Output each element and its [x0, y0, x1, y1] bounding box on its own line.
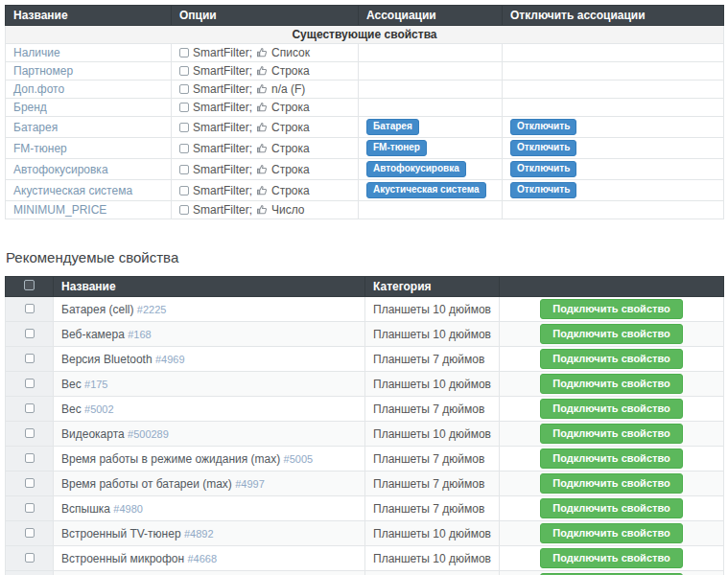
property-name-link[interactable]: Партномер	[13, 64, 73, 78]
row-checkbox[interactable]	[25, 354, 35, 363]
property-name-cell: Доп.фото	[6, 80, 172, 99]
property-name-link[interactable]: Автофокусировка	[13, 163, 108, 176]
association-badge[interactable]: Батарея	[366, 119, 419, 135]
row-checkbox-cell	[6, 297, 54, 322]
rec-category: Планшеты 10 дюймов	[373, 303, 491, 316]
row-checkbox[interactable]	[25, 428, 35, 438]
rec-name-cell: Встроенный модуль A-GPS #4983	[54, 571, 365, 575]
connect-property-button[interactable]: Подключить свойство	[540, 498, 682, 518]
association-badge[interactable]: Автофокусировка	[366, 161, 466, 177]
option-type: Строка	[271, 163, 310, 176]
smartfilter-checkbox[interactable]	[179, 205, 189, 215]
options-cell: SmartFilter; Строка	[172, 62, 359, 80]
connect-property-button[interactable]: Подключить свойство	[540, 324, 682, 344]
option-type: n/a (F)	[271, 82, 305, 96]
smartfilter-checkbox[interactable]	[179, 186, 189, 196]
rec-category-cell: Планшеты 7 дюймов	[365, 397, 500, 422]
existing-property-row: FM-тюнер SmartFilter; Строка FM-тюнер От…	[6, 138, 724, 159]
rec-property-id-link[interactable]: #5005	[284, 453, 314, 465]
rec-property-name: Вес	[61, 402, 84, 416]
smartfilter-checkbox[interactable]	[179, 123, 189, 132]
smartfilter-checkbox[interactable]	[179, 165, 189, 174]
connect-property-button[interactable]: Подключить свойство	[540, 299, 682, 319]
disable-association-button[interactable]: Отключить	[510, 182, 576, 198]
connect-property-button[interactable]: Подключить свойство	[540, 448, 682, 469]
property-name-link[interactable]: Бренд	[13, 101, 47, 114]
recommended-property-row: Вес #5002 Планшеты 7 дюймов Подключить с…	[6, 397, 724, 422]
disable-association-button[interactable]: Отключить	[510, 119, 576, 135]
select-all-checkbox[interactable]	[24, 280, 35, 290]
disable-association-button[interactable]: Отключить	[510, 140, 576, 156]
connect-property-button[interactable]: Подключить свойство	[540, 399, 682, 419]
property-name-link[interactable]: Батарея	[13, 121, 58, 134]
property-name-link[interactable]: FM-тюнер	[13, 142, 67, 155]
rec-property-id-link[interactable]: #4892	[184, 528, 214, 540]
connect-property-button[interactable]: Подключить свойство	[540, 473, 682, 494]
connect-property-button[interactable]: Подключить свойство	[540, 523, 682, 543]
col-header-associations: Ассоциации	[359, 6, 503, 26]
smartfilter-checkbox[interactable]	[179, 66, 189, 76]
association-cell	[359, 62, 503, 80]
rec-property-name: Время работы в режиме ожидания (max)	[61, 452, 284, 466]
connect-property-button[interactable]: Подключить свойство	[540, 374, 682, 394]
thumbs-up-icon	[256, 204, 268, 216]
rec-property-id-link[interactable]: #175	[84, 379, 107, 390]
rec-property-id-link[interactable]: #2225	[137, 304, 167, 315]
connect-property-button[interactable]: Подключить свойство	[540, 349, 682, 369]
rec-action-cell: Подключить свойство	[500, 297, 724, 322]
rec-property-id-link[interactable]: #4997	[235, 478, 265, 490]
existing-property-row: Батарея SmartFilter; Строка Батарея Откл…	[6, 117, 724, 138]
row-checkbox[interactable]	[25, 553, 35, 563]
disable-association-button[interactable]: Отключить	[510, 161, 576, 177]
row-checkbox-cell	[6, 521, 54, 546]
rec-category-cell: Планшеты 7 дюймов	[365, 472, 500, 496]
rec-property-id-link[interactable]: #168	[128, 329, 151, 340]
row-checkbox[interactable]	[25, 304, 35, 313]
row-checkbox[interactable]	[25, 528, 35, 538]
existing-property-row: Наличие SmartFilter; Список	[6, 44, 724, 62]
smartfilter-label: SmartFilter;	[193, 82, 252, 96]
association-badge[interactable]: FM-тюнер	[366, 140, 427, 156]
row-checkbox[interactable]	[25, 453, 35, 463]
property-name-link[interactable]: MINIMUM_PRICE	[13, 203, 106, 217]
association-cell: Акустическая система	[359, 180, 503, 201]
disable-cell: Отключить	[503, 138, 724, 159]
association-badge[interactable]: Акустическая система	[366, 182, 486, 198]
row-checkbox-cell	[6, 372, 54, 397]
smartfilter-checkbox[interactable]	[179, 48, 189, 58]
rec-category-cell: Планшеты 10 дюймов	[365, 372, 500, 397]
options-cell: SmartFilter; Строка	[172, 99, 359, 117]
connect-property-button[interactable]: Подключить свойство	[540, 548, 682, 568]
rec-action-cell: Подключить свойство	[500, 372, 724, 397]
property-name-link[interactable]: Акустическая система	[13, 184, 132, 197]
row-checkbox[interactable]	[25, 403, 35, 413]
smartfilter-checkbox[interactable]	[179, 103, 189, 112]
smartfilter-checkbox[interactable]	[179, 144, 189, 153]
row-checkbox[interactable]	[25, 379, 35, 388]
rec-property-id-link[interactable]: #4969	[155, 354, 185, 365]
options-cell: SmartFilter; Строка	[172, 180, 359, 201]
rec-property-id-link[interactable]: #500289	[128, 428, 169, 440]
rec-property-id-link[interactable]: #5002	[84, 403, 114, 415]
rec-action-cell: Подключить свойство	[500, 422, 724, 447]
property-name-link[interactable]: Доп.фото	[13, 82, 64, 96]
rec-property-id-link[interactable]: #4668	[188, 553, 218, 564]
options-cell: SmartFilter; Строка	[172, 159, 359, 180]
smartfilter-checkbox[interactable]	[179, 84, 189, 94]
row-checkbox[interactable]	[25, 503, 35, 513]
row-checkbox[interactable]	[25, 478, 35, 488]
option-type: Число	[271, 203, 305, 217]
connect-property-button[interactable]: Подключить свойство	[540, 424, 682, 444]
property-name-link[interactable]: Наличие	[13, 46, 60, 59]
option-type: Строка	[271, 121, 310, 134]
rec-property-name: Батарея (cell)	[61, 303, 137, 316]
page: Название Опции Ассоциации Отключить ассо…	[0, 0, 728, 575]
row-checkbox[interactable]	[25, 329, 35, 338]
options-cell: SmartFilter; Строка	[172, 117, 359, 138]
existing-property-row: Доп.фото SmartFilter; n/a (F)	[6, 80, 724, 99]
rec-property-id-link[interactable]: #4980	[113, 503, 143, 515]
col-header-disable-associations: Отключить ассоциации	[503, 6, 724, 26]
recommended-property-row: Встроенный TV-тюнер #4892 Планшеты 10 дю…	[6, 521, 724, 546]
options-cell: SmartFilter; Строка	[172, 138, 359, 159]
option-type: Строка	[271, 184, 310, 197]
